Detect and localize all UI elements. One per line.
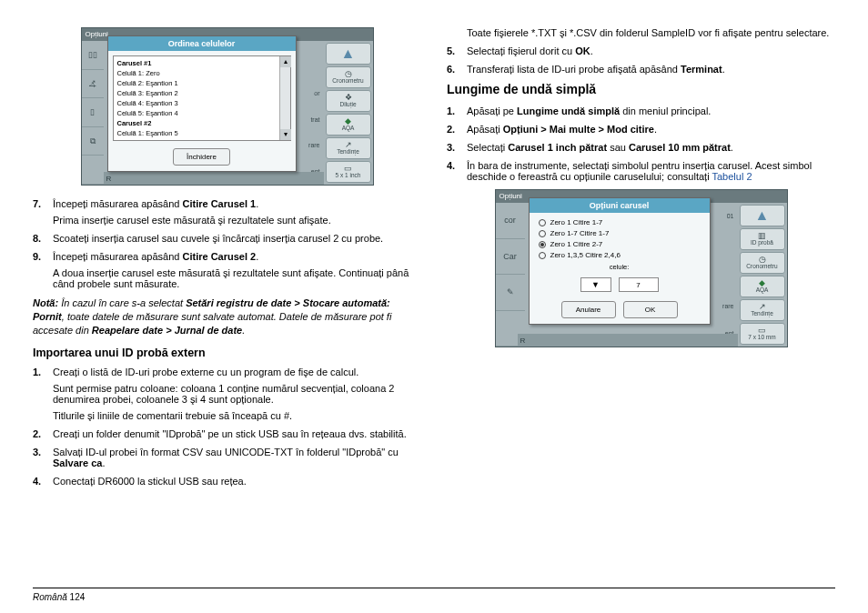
radio-icon[interactable] [539,230,546,237]
cronometru-button[interactable]: ◷Cronometru [740,252,785,274]
steps-list-c: 5.Selectați fişierul dorit cu OK.6.Trans… [447,45,835,75]
radio-label: Zero 1,3,5 Citire 2,4,6 [550,251,621,259]
list-item[interactable]: Celulă 1: Eşantion 5 [116,128,288,138]
step-item: 8.Scoateți inserția carusel sau cuvele ş… [33,233,421,244]
modal-cell-order: Ordinea celulelor Carusel #1Celulă 1: Ze… [107,35,297,172]
radio-icon[interactable] [539,252,546,259]
radio-option[interactable]: Zero 1 Citire 1-7 [539,218,701,226]
cells-dropdown-arrow[interactable]: ▼ [580,277,611,292]
tendinte-button[interactable]: ↗Tendințe [740,299,785,321]
radio-label: Zero 1-7 Citire 1-7 [550,229,610,237]
list-item[interactable]: Celulă 5: Eşantion 4 [116,108,288,118]
table-link[interactable]: Tabelul 2 [712,171,752,182]
list-item[interactable]: Celulă 1: Zero [116,68,288,78]
modal1-title: Ordinea celulelor [108,36,296,51]
screen1-mid-labels: or trat rare ent [297,41,322,185]
step-item: 1.Apăsați pe Lungime undă simplă din men… [447,106,835,116]
scroll-up-icon[interactable]: ▴ [280,56,291,67]
step-item: 7.Începeți măsurarea apăsând Citire Caru… [33,198,421,226]
radio-option-group: Zero 1 Citire 1-7Zero 1-7 Citire 1-7Zero… [530,213,710,261]
ok-button[interactable]: OK [623,301,678,318]
figure-2: Opțiuni cor Car ✎ 01 rare ent ▲ [447,189,835,347]
celule-label: celule: [610,263,630,271]
right-intro: Toate fişierele *.TXT şi *.CSV din folde… [467,27,835,38]
cuvette-button[interactable]: ▭7 x 10 mm [740,323,785,345]
radio-option[interactable]: Zero 1 Citire 2-7 [539,240,701,248]
step-item: 4.În bara de instrumente, selectați simb… [447,160,835,182]
lefticon-2[interactable]: ⦨ [82,70,104,99]
screen1-left-toolbar: ▯▯ ⦨ ▯ ⧉ [82,41,104,185]
cuvette-button[interactable]: ▭5 x 1 inch [326,161,371,183]
screen2-bottombar: R [518,334,738,347]
step-item: 2.Apăsați Opțiuni > Mai multe > Mod citi… [447,124,835,135]
cells-value[interactable]: 7 [619,277,659,292]
modal-carousel-options: Opțiuni carusel Zero 1 Citire 1-7Zero 1-… [529,197,711,325]
steps-list-a: 7.Începeți măsurarea apăsând Citire Caru… [33,198,421,289]
scroll-down-icon[interactable]: ▾ [280,129,291,140]
scrollbar[interactable]: ▴ ▾ [279,56,290,140]
footer-page-number: 124 [70,592,86,602]
radio-icon[interactable] [539,241,546,248]
step-item: 6.Transferați lista de ID-uri probe afiş… [447,64,835,75]
radio-label: Zero 1 Citire 2-7 [550,240,603,248]
step-item: 2.Creați un folder denumit "IDprobă" pe … [33,428,421,439]
dilutie-button[interactable]: ❖Diluție [326,90,371,112]
note-block: Notã: În cazul în care s-a selectat Setă… [33,296,421,337]
cancel-button[interactable]: Anulare [561,301,616,318]
arrow-up-button[interactable]: ▲ [326,43,371,65]
close-button[interactable]: Închidere [173,148,230,166]
lefticon-5[interactable] [82,156,104,185]
step-item: 9.Începeți măsurarea apăsând Citire Caru… [33,251,421,289]
list-item[interactable]: Celulă 4: Eşantion 3 [116,98,288,108]
list-item[interactable]: Carusel #1 [116,58,288,68]
list-item[interactable]: Celulă 2: Eşantion 1 [116,78,288,88]
footer-language: Română [33,592,67,602]
id-proba-button[interactable]: ▥ID probă [740,228,785,250]
step-item: 3.Selectați Carusel 1 inch pătrat sau Ca… [447,142,835,153]
radio-icon[interactable] [539,219,546,226]
heading-single-wave: Lungime de undă simplă [447,82,835,96]
page-footer: Română 124 [33,588,835,602]
edit-icon[interactable]: ✎ [496,275,525,311]
screen2-right-toolbar: ▲ ▥ID probă ◷Cronometru ◆AQA ↗Tendințe ▭… [738,203,787,347]
modal2-title: Opțiuni carusel [530,198,710,213]
tendinte-button[interactable]: ↗Tendințe [326,137,371,159]
cell-order-list[interactable]: Carusel #1Celulă 1: ZeroCelulă 2: Eşanti… [113,55,291,141]
screen-2: Opțiuni cor Car ✎ 01 rare ent ▲ [495,189,788,347]
step-item: 1.Creați o listă de ID-uri probe externe… [33,367,421,421]
screen2-left-toolbar: cor Car ✎ [496,203,525,347]
list-item[interactable]: Carusel #2 [116,118,288,128]
arrow-up-button[interactable]: ▲ [740,205,785,226]
step-item: 5.Selectați fişierul dorit cu OK. [447,45,835,56]
radio-option[interactable]: Zero 1-7 Citire 1-7 [539,229,701,237]
list-item[interactable]: Celulă 3: Eşantion 2 [116,88,288,98]
cronometru-button[interactable]: ◷Cronometru [326,66,371,88]
radio-option[interactable]: Zero 1,3,5 Citire 2,4,6 [539,251,701,259]
s2-l1[interactable]: cor [496,203,525,239]
lefticon-3[interactable]: ▯ [82,98,104,127]
left-column: Opțiuni ▯▯ ⦨ ▯ ⧉ or trat rare ent [33,27,421,494]
steps-list-b: 1.Creați o listă de ID-uri probe externe… [33,367,421,487]
steps-list-d: 1.Apăsați pe Lungime undă simplă din men… [447,106,835,182]
step-item: 3.Salvați ID-ul probei în format CSV sau… [33,447,421,468]
lefticon-4[interactable]: ⧉ [82,127,104,156]
screen1-bottombar: R [104,172,324,185]
right-column: Toate fişierele *.TXT şi *.CSV din folde… [447,27,835,494]
figure-1: Opțiuni ▯▯ ⦨ ▯ ⧉ or trat rare ent [33,27,421,186]
screen1-right-toolbar: ▲ ◷Cronometru ❖Diluție ◆AQA ↗Tendințe ▭5… [324,41,373,185]
screen-1: Opțiuni ▯▯ ⦨ ▯ ⧉ or trat rare ent [81,27,374,186]
aqa-button[interactable]: ◆AQA [740,276,785,297]
screen2-mid-labels: 01 rare ent [711,203,736,347]
aqa-button[interactable]: ◆AQA [326,114,371,136]
lefticon-1[interactable]: ▯▯ [82,41,104,70]
step-item: 4.Conectați DR6000 la stickul USB sau re… [33,476,421,487]
s2-l2[interactable]: Car [496,239,525,276]
heading-import: Importarea unui ID probă extern [33,347,421,359]
radio-label: Zero 1 Citire 1-7 [550,218,603,226]
